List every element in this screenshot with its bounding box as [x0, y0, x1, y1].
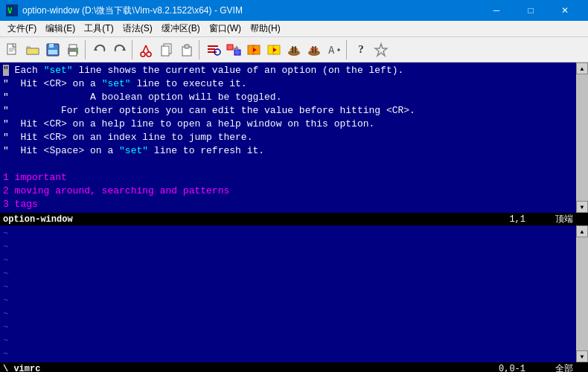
menu-window[interactable]: 窗口(W) — [205, 21, 246, 36]
svg-rect-29 — [234, 50, 240, 55]
top-pane: " Each "set" line shows the current valu… — [0, 62, 588, 213]
toolbar-new[interactable] — [3, 40, 22, 60]
svg-text:A: A — [328, 44, 335, 56]
editor-line-4: " For other options you can edit the val… — [3, 104, 573, 118]
svg-point-37 — [308, 50, 320, 56]
bottom-statusbar-filename: \_vimrc — [3, 364, 499, 373]
svg-rect-26 — [208, 51, 217, 53]
svg-rect-2 — [7, 44, 16, 54]
svg-rect-11 — [69, 45, 77, 48]
toolbar-paste[interactable] — [177, 40, 196, 60]
toolbar-cmd3[interactable] — [284, 40, 304, 60]
menu-file[interactable]: 文件(F) — [3, 21, 41, 36]
tilde-2: ~ — [3, 240, 573, 254]
top-statusbar-position: 1,1 — [509, 214, 525, 225]
svg-rect-24 — [208, 45, 218, 47]
bottom-editor[interactable]: ~ ~ ~ ~ ~ ~ ~ ~ ~ ~ — [0, 225, 576, 362]
toolbar-print[interactable] — [63, 40, 83, 60]
toolbar-redo[interactable] — [110, 40, 130, 60]
toolbar-sep4 — [346, 40, 349, 60]
close-button[interactable]: ✕ — [548, 0, 582, 21]
tilde-6: ~ — [3, 294, 573, 307]
toolbar-sep3 — [199, 40, 202, 60]
toolbar-find[interactable] — [204, 40, 223, 60]
editor-line-7: " Hit <Space> on a "set" line to refresh… — [3, 144, 573, 158]
editor-line-1: " Each "set" line shows the current valu… — [3, 64, 573, 77]
tilde-3: ~ — [3, 254, 573, 267]
bottom-scrollbar[interactable]: ▲ ▼ — [576, 225, 588, 362]
menubar: 文件(F) 编辑(E) 工具(T) 语法(S) 缓冲区(B) 窗口(W) 帮助(… — [0, 21, 588, 37]
svg-text:V: V — [7, 6, 13, 16]
window-title: option-window (D:\微当下载\Vim-v8.2.1522\x64… — [22, 4, 479, 17]
menu-tools[interactable]: 工具(T) — [80, 21, 118, 36]
toolbar-copy[interactable] — [157, 40, 176, 60]
editor-line-6: " Hit <CR> on an index line to jump ther… — [3, 131, 573, 144]
tilde-9: ~ — [3, 334, 573, 347]
svg-rect-8 — [49, 44, 54, 48]
bottom-statusbar-position: 0,0-1 — [499, 364, 525, 373]
maximize-button[interactable]: □ — [514, 0, 548, 21]
svg-rect-23 — [185, 45, 189, 48]
minimize-button[interactable]: ─ — [479, 0, 514, 21]
toolbar-save[interactable] — [43, 40, 63, 60]
app-icon: V — [6, 4, 18, 16]
svg-point-34 — [288, 50, 300, 56]
menu-buffer[interactable]: 缓冲区(B) — [157, 21, 205, 36]
toolbar-help[interactable]: ? — [351, 40, 371, 60]
editor-line-2: " Hit <CR> on a "set" line to execute it… — [3, 77, 573, 91]
toolbar-cmd2[interactable] — [264, 40, 284, 60]
bottom-statusbar-scroll: 全部 — [528, 362, 573, 372]
toolbar-cut[interactable] — [137, 40, 156, 60]
window-controls: ─ □ ✕ — [479, 0, 582, 21]
tilde-10: ~ — [3, 347, 573, 361]
tilde-4: ~ — [3, 267, 573, 280]
toolbar-cmd1[interactable] — [244, 40, 263, 60]
top-statusbar-scroll: 顶端 — [528, 213, 573, 225]
bottom-scroll-down[interactable]: ▼ — [576, 350, 588, 362]
svg-rect-13 — [75, 49, 77, 51]
tilde-5: ~ — [3, 280, 573, 294]
svg-point-17 — [147, 52, 151, 57]
top-editor[interactable]: " Each "set" line shows the current valu… — [0, 62, 576, 213]
top-statusbar: option-window 1,1 顶端 — [0, 213, 588, 225]
editor-line-5: " Hit <CR> on a help line to open a help… — [3, 118, 573, 131]
toolbar-sep1 — [85, 40, 88, 60]
top-scrollbar[interactable]: ▲ ▼ — [576, 62, 588, 213]
toolbar-sep2 — [132, 40, 135, 60]
menu-edit[interactable]: 编辑(E) — [41, 21, 80, 36]
svg-rect-9 — [48, 50, 57, 54]
editor-line-11: 3 tags — [3, 198, 573, 211]
toolbar: A ? — [0, 37, 588, 62]
bottom-statusbar: \_vimrc 0,0-1 全部 — [0, 362, 588, 372]
svg-rect-25 — [208, 48, 215, 50]
editor-line-3: " A boolean option will be toggled. — [3, 91, 573, 104]
svg-rect-28 — [227, 45, 233, 50]
svg-rect-6 — [27, 48, 39, 54]
toolbar-extra[interactable] — [371, 40, 391, 60]
toolbar-cmd4[interactable] — [304, 40, 324, 60]
top-statusbar-filename: option-window — [3, 214, 509, 225]
svg-rect-12 — [69, 51, 77, 56]
editor-line-9: 1 important — [3, 171, 573, 185]
toolbar-open[interactable] — [23, 40, 42, 60]
tilde-1: ~ — [3, 227, 573, 240]
toolbar-replace[interactable] — [224, 40, 243, 60]
menu-help[interactable]: 帮助(H) — [246, 21, 285, 36]
editor-line-10: 2 moving around, searching and patterns — [3, 185, 573, 198]
scroll-down-arrow[interactable]: ▼ — [576, 201, 588, 213]
tilde-8: ~ — [3, 321, 573, 334]
svg-line-19 — [146, 45, 149, 52]
bottom-scroll-up[interactable]: ▲ — [576, 225, 588, 237]
toolbar-cmd5[interactable]: A — [325, 40, 344, 60]
editor-line-8 — [3, 158, 573, 171]
svg-line-18 — [143, 45, 146, 52]
tilde-7: ~ — [3, 307, 573, 321]
bottom-pane: ~ ~ ~ ~ ~ ~ ~ ~ ~ ~ ▲ ▼ — [0, 225, 588, 362]
content-area: " Each "set" line shows the current valu… — [0, 62, 588, 372]
menu-syntax[interactable]: 语法(S) — [118, 21, 157, 36]
scroll-up-arrow[interactable]: ▲ — [576, 62, 588, 74]
svg-point-16 — [141, 52, 145, 57]
titlebar: V option-window (D:\微当下载\Vim-v8.2.1522\x… — [0, 0, 588, 21]
toolbar-undo[interactable] — [90, 40, 109, 60]
svg-rect-21 — [162, 46, 169, 56]
